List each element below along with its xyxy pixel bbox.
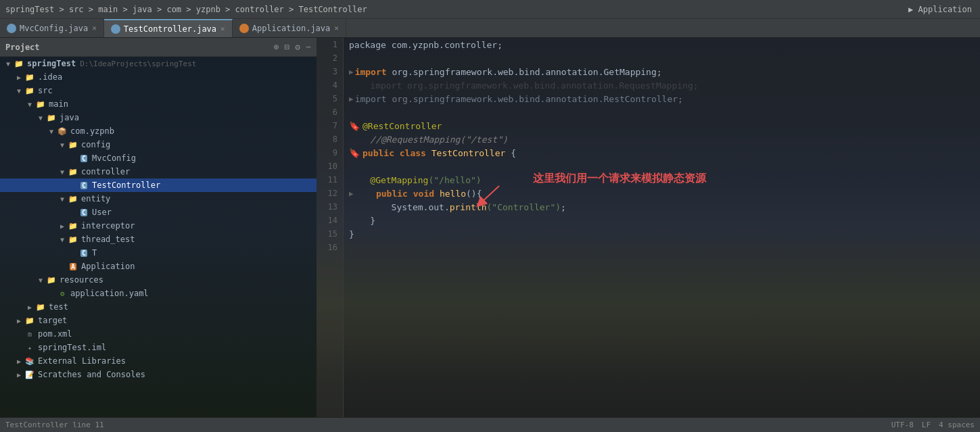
tree-label-test: test [49, 302, 68, 312]
fold-marker-5[interactable]: ▶ [349, 95, 354, 103]
code-line-7: 🔖 @RestController [349, 119, 980, 133]
line-num-4: 4 [317, 78, 343, 92]
tab-Application[interactable]: Application.java ✕ [233, 19, 346, 37]
tree-label-User: User [92, 208, 112, 217]
tree-item-java[interactable]: ▼ 📁 java [0, 111, 317, 124]
tree-item-springTestiml[interactable]: ▶ ✦ springTest.iml [0, 341, 317, 354]
tree-path-springTest: D:\IdeaProjects\springTest [80, 59, 196, 68]
expand-arrow-entity: ▼ [57, 195, 68, 203]
expand-arrow-comyzpnb: ▼ [46, 128, 57, 135]
expand-arrow-springTest: ▼ [3, 60, 14, 68]
tree-item-MvcConfig[interactable]: ▶ C MvcConfig [0, 151, 317, 165]
mvc-file-icon [7, 24, 16, 33]
code-line-5: ▶ import org.springframework.web.bind.an… [349, 92, 980, 105]
expand-arrow-extlibs: ▶ [14, 358, 24, 365]
tree-item-appyaml[interactable]: ▶ ⚙ application.yaml [0, 287, 317, 300]
status-position: TestController line 11 [5, 421, 104, 429]
tree-label-config: config [81, 140, 110, 149]
fold-marker-3[interactable]: ▶ [349, 68, 354, 76]
tree-label-springTest: springTest [27, 59, 76, 68]
tree-item-main[interactable]: ▼ 📁 main [0, 97, 317, 111]
tree-label-springTestiml: springTest.iml [38, 343, 106, 352]
tree-label-pomxml: pom.xml [38, 329, 72, 339]
tree-label-MvcConfig: MvcConfig [92, 153, 136, 163]
folder-main-icon: 📁 [35, 99, 46, 110]
line-num-11: 11 [317, 173, 343, 187]
code-line-8: //@RequestMapping("/test") [349, 133, 980, 146]
tab-close-Application[interactable]: ✕ [334, 24, 339, 32]
folder-test-icon: 📁 [35, 302, 46, 312]
tree-item-controller[interactable]: ▼ 📁 controller [0, 165, 317, 178]
tree-label-appyaml: application.yaml [70, 289, 149, 298]
iml-file-icon: ✦ [24, 342, 35, 353]
tree-label-comyzpnb: com.yzpnb [70, 126, 114, 136]
tree-label-extlibs: External Libraries [38, 356, 126, 366]
tree-item-T[interactable]: ▶ C T [0, 246, 317, 260]
tree-item-pomxml[interactable]: ▶ m pom.xml [0, 327, 317, 341]
code-line-4: import org.springframework.web.bind.anno… [349, 78, 980, 92]
expand-arrow-controller: ▼ [57, 168, 68, 176]
minimize-icon[interactable]: − [306, 42, 311, 52]
tree-item-idea[interactable]: ▶ 📁 .idea [0, 70, 317, 84]
folder-idea-icon: 📁 [24, 72, 35, 82]
status-lf: LF [922, 421, 931, 429]
tab-close-MvcConfig[interactable]: ✕ [92, 24, 97, 32]
code-line-15: } [349, 227, 980, 241]
folder-entity-icon: 📁 [68, 193, 78, 204]
tree-item-entity[interactable]: ▼ 📁 entity [0, 192, 317, 206]
line-num-2: 2 [317, 51, 343, 65]
collapse-icon[interactable]: ⊟ [285, 42, 290, 52]
tree-item-test[interactable]: ▶ 📁 test [0, 300, 317, 314]
fold-marker-12[interactable]: ▶ [349, 189, 354, 198]
tree-label-interceptor: interceptor [81, 221, 135, 231]
line-num-7: 7 [317, 119, 343, 133]
tree-label-scratches: Scratches and Consoles [38, 370, 145, 379]
tree-item-comyzpnb[interactable]: ▼ 📦 com.yzpnb [0, 124, 317, 138]
tree-item-interceptor[interactable]: ▶ 📁 interceptor [0, 219, 317, 233]
module-icon: 📁 [14, 58, 24, 69]
java-class-icon-T: C [78, 247, 89, 258]
line-num-13: 13 [317, 200, 343, 214]
tree-label-idea: .idea [38, 72, 62, 82]
gear-icon[interactable]: ⚙ [295, 42, 300, 52]
tab-TestController[interactable]: TestController.java ✕ [104, 19, 233, 37]
expand-arrow-target: ▶ [14, 317, 24, 325]
java-class-icon-app: A [68, 261, 78, 272]
tree-item-config[interactable]: ▼ 📁 config [0, 138, 317, 151]
tree-item-resources[interactable]: ▼ 📁 resources [0, 273, 317, 287]
line-numbers: 1 2 3 4 5 6 7 8 9 10 11 12 13 14 15 16 [317, 38, 344, 417]
tree-item-src[interactable]: ▼ 📁 src [0, 84, 317, 97]
line-num-15: 15 [317, 227, 343, 241]
tab-label-Application: Application.java [252, 24, 331, 33]
tree-item-Application[interactable]: ▶ A Application [0, 260, 317, 273]
code-editor[interactable]: package com.yzpnb.controller; ▶ import o… [344, 38, 980, 417]
tree-item-springTest[interactable]: ▼ 📁 springTest D:\IdeaProjects\springTes… [0, 57, 317, 70]
breadcrumb: springTest > src > main > java > com > y… [5, 5, 367, 14]
tree-label-TestController: TestController [92, 181, 160, 190]
line-num-14: 14 [317, 214, 343, 227]
top-breadcrumb-bar: springTest > src > main > java > com > y… [0, 0, 980, 19]
code-line-10 [349, 160, 980, 173]
tree-item-extlibs[interactable]: ▶ 📚 External Libraries [0, 354, 317, 368]
java-class-icon-test: C [78, 180, 89, 191]
folder-resources-icon: 📁 [46, 274, 57, 285]
tree-item-User[interactable]: ▶ C User [0, 206, 317, 219]
yaml-file-icon: ⚙ [57, 288, 68, 299]
expand-arrow-test: ▶ [24, 304, 35, 311]
code-line-13: System.out.println("Controller"); [349, 200, 980, 214]
tree-item-TestController[interactable]: ▶ C TestController [0, 178, 317, 192]
tab-close-TestController[interactable]: ✕ [220, 24, 225, 33]
tab-label-MvcConfig: MvcConfig.java [20, 24, 88, 33]
target-icon[interactable]: ⊕ [274, 42, 279, 52]
code-line-16 [349, 241, 980, 254]
tree-item-scratches[interactable]: ▶ 📝 Scratches and Consoles [0, 368, 317, 381]
status-indent: 4 spaces [939, 421, 975, 429]
tree-item-thread_test[interactable]: ▼ 📁 thread_test [0, 233, 317, 246]
expand-arrow-interceptor: ▶ [57, 222, 68, 230]
tab-MvcConfig[interactable]: MvcConfig.java ✕ [0, 19, 104, 37]
expand-arrow-src: ▼ [14, 87, 24, 95]
line-num-3: 3 [317, 65, 343, 78]
tree-item-target[interactable]: ▶ 📁 target [0, 314, 317, 327]
code-line-6 [349, 105, 980, 119]
tree-label-entity: entity [81, 194, 110, 203]
